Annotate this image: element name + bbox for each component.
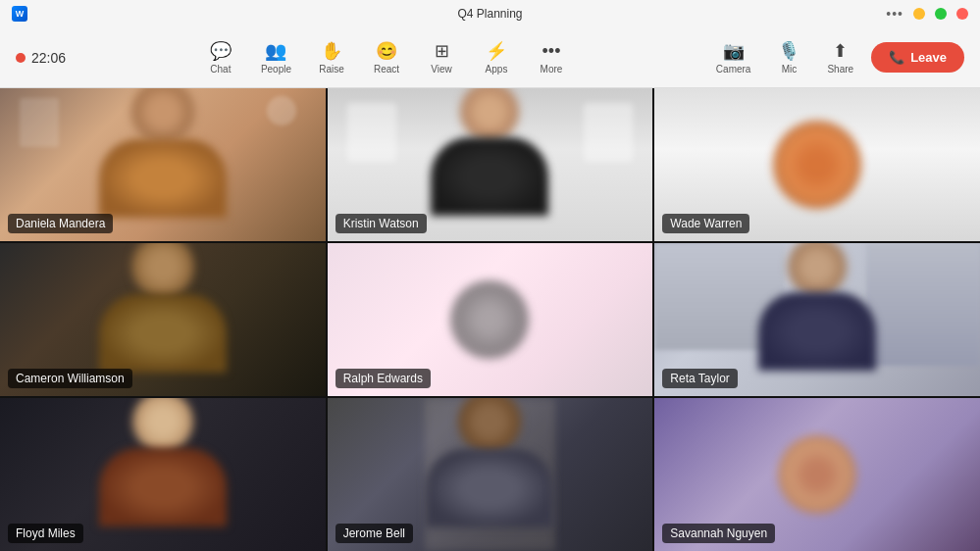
window-controls: •••: [886, 6, 968, 22]
leave-label: Leave: [910, 50, 947, 65]
video-cell-reta: Reta Taylor: [654, 243, 980, 396]
participant-name-cameron: Cameron Williamson: [8, 369, 132, 388]
participant-name-kristin: Kristin Watson: [335, 214, 427, 233]
raise-label: Raise: [319, 64, 344, 75]
maximize-button[interactable]: [935, 8, 947, 20]
window-title: Q4 Planning: [457, 7, 522, 21]
video-cell-wade: Wade Warren: [654, 88, 980, 241]
toolbar-right: 📷 Camera 🎙️ Mic ⬆ Share 📞 Leave: [706, 36, 964, 78]
title-bar: W Q4 Planning •••: [0, 0, 980, 27]
participant-name-reta: Reta Taylor: [662, 369, 737, 388]
recording-indicator: [16, 53, 26, 63]
video-cell-jerome: Jerome Bell: [328, 398, 653, 551]
video-cell-savannah: Savannah Nguyen: [654, 398, 980, 551]
participant-name-savannah: Savannah Nguyen: [662, 524, 775, 543]
share-icon: ⬆: [833, 40, 848, 62]
camera-icon: 📷: [723, 40, 745, 62]
more-options-icon[interactable]: •••: [886, 6, 903, 22]
leave-button[interactable]: 📞 Leave: [871, 42, 964, 73]
people-icon: 👥: [265, 40, 286, 62]
close-button[interactable]: [956, 8, 968, 20]
view-label: View: [431, 64, 452, 75]
minimize-button[interactable]: [913, 8, 925, 20]
timer-display: 22:06: [31, 50, 66, 66]
more-button[interactable]: ••• More: [527, 37, 576, 78]
app-icon: W: [12, 6, 27, 22]
people-label: People: [261, 64, 291, 75]
participant-silhouette: [99, 88, 227, 218]
chat-label: Chat: [210, 64, 231, 75]
participant-silhouette: [99, 398, 227, 526]
raise-icon: ✋: [321, 40, 342, 62]
toolbar: 22:06 💬 Chat 👥 People ✋ Raise 😊 React ⊞ …: [0, 27, 980, 88]
view-button[interactable]: ⊞ View: [417, 36, 466, 78]
mic-button[interactable]: 🎙️ Mic: [768, 36, 809, 78]
react-label: React: [374, 64, 399, 75]
participant-name-jerome: Jerome Bell: [335, 524, 413, 543]
participant-name-ralph: Ralph Edwards: [335, 369, 431, 388]
mic-icon: 🎙️: [778, 40, 799, 62]
apps-icon: ⚡: [486, 40, 507, 62]
people-button[interactable]: 👥 People: [251, 36, 301, 78]
participant-silhouette: [431, 88, 548, 216]
raise-button[interactable]: ✋ Raise: [307, 36, 356, 78]
participant-name-wade: Wade Warren: [662, 214, 749, 233]
react-button[interactable]: 😊 React: [362, 36, 411, 78]
participant-silhouette: [426, 398, 553, 527]
toolbar-left: 22:06: [16, 50, 66, 66]
more-label: More: [541, 64, 563, 75]
participant-name-daniela: Daniela Mandera: [8, 214, 113, 233]
camera-label: Camera: [716, 64, 751, 75]
mic-label: Mic: [782, 64, 798, 75]
video-grid: Daniela Mandera Kristin Watson Wade Warr…: [0, 88, 980, 551]
react-icon: 😊: [376, 40, 397, 62]
participant-silhouette: [99, 243, 227, 373]
participant-name-floyd: Floyd Miles: [8, 524, 83, 543]
chat-button[interactable]: 💬 Chat: [196, 36, 245, 78]
video-cell-kristin: Kristin Watson: [328, 88, 653, 241]
apps-button[interactable]: ⚡ Apps: [472, 36, 521, 78]
share-label: Share: [827, 64, 853, 75]
video-cell-ralph: Ralph Edwards: [328, 243, 653, 396]
view-icon: ⊞: [435, 40, 449, 62]
apps-label: Apps: [486, 64, 508, 75]
camera-button[interactable]: 📷 Camera: [706, 36, 761, 78]
video-cell-daniela: Daniela Mandera: [0, 88, 326, 241]
video-cell-cameron: Cameron Williamson: [0, 243, 326, 396]
phone-icon: 📞: [889, 50, 904, 65]
video-cell-floyd: Floyd Miles: [0, 398, 326, 551]
more-icon: •••: [542, 41, 561, 62]
share-button[interactable]: ⬆ Share: [817, 36, 863, 78]
toolbar-center: 💬 Chat 👥 People ✋ Raise 😊 React ⊞ View ⚡…: [66, 36, 706, 78]
participant-silhouette: [758, 243, 876, 371]
chat-icon: 💬: [210, 40, 232, 62]
